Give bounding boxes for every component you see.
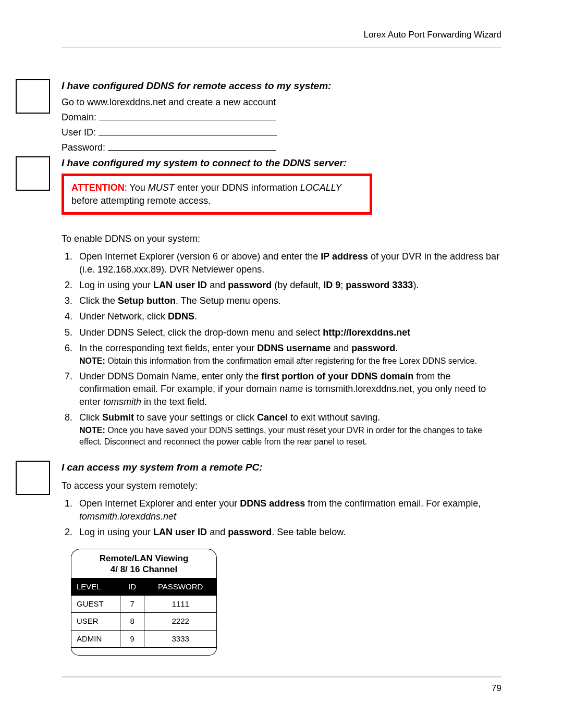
checkbox-ddns-server[interactable] [16, 156, 50, 191]
step-1: Open Internet Explorer (version 6 or abo… [75, 250, 501, 276]
col-id: ID [120, 578, 144, 595]
enable-intro: To enable DDNS on your system: [62, 232, 501, 245]
t: LAN user ID [153, 527, 207, 537]
t: tomsmith [103, 397, 141, 407]
step-7: Under DDNS Domain Name, enter only the f… [75, 370, 501, 408]
step-8-note: NOTE: Once you have saved your DDNS sett… [79, 425, 501, 447]
table-title: Remote/LAN Viewing 4/ 8/ 16 Channel [71, 549, 217, 578]
step-4: Under Network, click DDNS. [75, 310, 501, 323]
table-row: USER 8 2222 [71, 613, 217, 630]
cell: 7 [120, 596, 144, 613]
password-line: Password: [62, 141, 501, 154]
t: http://lorexddns.net [323, 327, 410, 338]
t: Under DDNS Select, click the drop-down m… [79, 327, 323, 338]
userid-label: User ID: [62, 127, 96, 138]
step-6: In the corresponding text fields, enter … [75, 342, 501, 367]
t: Log in using your [79, 527, 153, 537]
col-level: LEVEL [71, 578, 120, 595]
remote-step-1: Open Internet Explorer and enter your DD… [75, 497, 501, 523]
t: tomsmith.lorexddns.net [79, 511, 176, 522]
section1-title: I have configured DDNS for remote access… [62, 79, 501, 93]
t: Click [79, 412, 102, 423]
userid-line: User ID: [62, 126, 501, 139]
cell: 3333 [144, 630, 217, 647]
attention-text-2: enter your DDNS information [175, 182, 300, 193]
footer-rule [62, 676, 501, 677]
t: 4/ 8/ 16 Channel [111, 564, 178, 574]
t: in the text field. [141, 397, 207, 407]
note-label: NOTE: [79, 426, 105, 435]
cell: 2222 [144, 613, 217, 630]
t: Under DDNS Domain Name, enter only the [79, 371, 261, 381]
t: Open Internet Explorer (version 6 or abo… [79, 251, 321, 262]
header-rule [62, 47, 501, 48]
domain-blank[interactable] [99, 110, 276, 120]
checkbox-ddns-configured[interactable] [16, 79, 50, 114]
t: password [351, 343, 395, 353]
t: DDNS [168, 311, 194, 322]
t: first portion of your DDNS domain [261, 371, 413, 381]
t: Submit [102, 412, 134, 423]
t: . See table below. [272, 527, 346, 537]
credentials-table-wrap: Remote/LAN Viewing 4/ 8/ 16 Channel LEVE… [71, 549, 217, 656]
t: password [228, 280, 272, 290]
table-row: ADMIN 9 3333 [71, 630, 217, 647]
t: password [228, 527, 272, 537]
password-label: Password: [62, 142, 105, 153]
cell: 1111 [144, 596, 217, 613]
t: Under Network, click [79, 311, 168, 322]
t: Obtain this information from the confirm… [105, 356, 477, 365]
page-header: Lorex Auto Port Forwarding Wizard [62, 29, 501, 41]
note-label: NOTE: [79, 356, 105, 365]
t: DDNS username [257, 343, 331, 353]
attention-must: MUST [148, 182, 175, 193]
page-number: 79 [62, 683, 501, 695]
section3-title: I can access my system from a remote PC: [62, 461, 501, 474]
t: and [207, 527, 228, 537]
userid-blank[interactable] [99, 126, 277, 135]
credentials-table: LEVEL ID PASSWORD GUEST 7 1111 USER [71, 578, 217, 648]
step-2: Log in using your LAN user ID and passwo… [75, 279, 501, 291]
t: Cancel [257, 412, 288, 423]
t: Setup button [118, 295, 176, 306]
attention-text-3: before attempting remote access. [71, 195, 211, 206]
t: In the corresponding text fields, enter … [79, 343, 257, 353]
cell: 8 [120, 613, 144, 630]
t: . [194, 311, 197, 322]
t: and [331, 343, 351, 353]
cell: ADMIN [71, 630, 120, 647]
step-8: Click Submit to save your settings or cl… [75, 411, 501, 447]
t: to save your settings or click [134, 412, 257, 423]
t: from the confirmation email. For example… [305, 498, 481, 509]
step-6-note: NOTE: Obtain this information from the c… [79, 355, 501, 367]
t: Once you have saved your DDNS settings, … [79, 426, 482, 446]
t: ID 9 [323, 280, 340, 290]
t: IP address [321, 251, 368, 262]
col-password: PASSWORD [144, 578, 217, 595]
table-bottom-cap [71, 648, 217, 656]
section2-title: I have configured my system to connect t… [62, 156, 501, 170]
domain-label: Domain: [62, 112, 96, 122]
table-row: GUEST 7 1111 [71, 596, 217, 613]
t: (by default, [272, 280, 323, 290]
section1-goto: Go to www.lorexddns.net and create a new… [62, 96, 501, 108]
t: DDNS address [240, 498, 305, 509]
t: Log in using your [79, 280, 153, 290]
domain-line: Domain: [62, 110, 501, 124]
t: Click the [79, 295, 118, 306]
t: Remote/LAN Viewing [100, 553, 189, 563]
step-5: Under DDNS Select, click the drop-down m… [75, 326, 501, 339]
step-3: Click the Setup button. The Setup menu o… [75, 294, 501, 307]
t: ; [340, 280, 346, 290]
ddns-steps-list: Open Internet Explorer (version 6 or abo… [62, 250, 501, 447]
checkbox-remote-access[interactable] [16, 461, 50, 495]
t: . The Setup menu opens. [176, 295, 281, 306]
section3-intro: To access your system remotely: [62, 479, 501, 492]
t: LAN user ID [153, 280, 207, 290]
remote-steps-list: Open Internet Explorer and enter your DD… [62, 497, 501, 538]
t: and [207, 280, 228, 290]
password-blank[interactable] [108, 141, 276, 151]
remote-step-2: Log in using your LAN user ID and passwo… [75, 526, 501, 538]
t: Open Internet Explorer and enter your [79, 498, 240, 509]
t: . [395, 343, 398, 353]
